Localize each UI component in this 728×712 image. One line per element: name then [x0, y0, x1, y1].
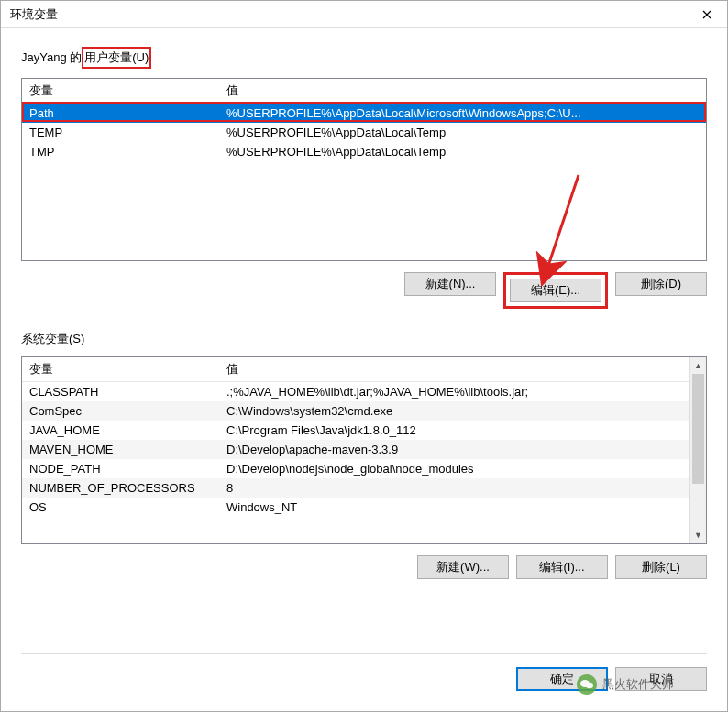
scroll-up-icon[interactable]: ▲ — [690, 357, 706, 374]
table-row[interactable]: TEMP %USERPROFILE%\AppData\Local\Temp — [22, 123, 706, 142]
col-header-variable[interactable]: 变量 — [22, 79, 219, 103]
window-title: 环境变量 — [10, 6, 58, 23]
cell-var: TEMP — [22, 123, 219, 142]
scroll-thumb[interactable] — [692, 374, 704, 484]
table-row[interactable]: CLASSPATH .;%JAVA_HOME%\lib\dt.jar;%JAVA… — [22, 382, 689, 401]
sys-table-header: 变量 值 — [22, 357, 689, 382]
cell-val: %USERPROFILE%\AppData\Local\Temp — [219, 142, 706, 161]
table-row[interactable]: Path %USERPROFILE%\AppData\Local\Microso… — [22, 104, 706, 123]
user-vars-label-prefix: JayYang 的 — [21, 49, 82, 66]
sys-vars-table[interactable]: 变量 值 CLASSPATH .;%JAVA_HOME%\lib\dt.jar;… — [21, 356, 707, 544]
sys-delete-button[interactable]: 删除(L) — [615, 555, 707, 579]
table-row[interactable]: JAVA_HOME C:\Program Files\Java\jdk1.8.0… — [22, 421, 689, 440]
cell-val: %USERPROFILE%\AppData\Local\Temp — [219, 123, 706, 142]
sys-edit-button[interactable]: 编辑(I)... — [516, 555, 608, 579]
col-header-value[interactable]: 值 — [219, 79, 706, 103]
sys-vars-label: 系统变量(S) — [21, 331, 84, 347]
col-header-value[interactable]: 值 — [219, 357, 689, 381]
ok-button[interactable]: 确定 — [516, 667, 608, 691]
title-bar: 环境变量 — [1, 1, 727, 28]
scroll-track[interactable] — [690, 374, 706, 527]
user-edit-button[interactable]: 编辑(E)... — [510, 279, 601, 302]
cell-var: TMP — [22, 142, 219, 161]
table-row[interactable]: MAVEN_HOME D:\Develop\apache-maven-3.3.9 — [22, 440, 689, 459]
table-row[interactable]: NODE_PATH D:\Develop\nodejs\node_global\… — [22, 459, 689, 478]
close-button[interactable] — [686, 1, 727, 28]
cancel-button[interactable]: 取消 — [615, 667, 707, 691]
col-header-variable[interactable]: 变量 — [22, 357, 219, 381]
close-icon — [702, 10, 711, 19]
user-delete-button[interactable]: 删除(D) — [615, 272, 707, 296]
sys-new-button[interactable]: 新建(W)... — [417, 555, 509, 579]
cell-var: Path — [22, 104, 219, 123]
scroll-down-icon[interactable]: ▼ — [690, 527, 706, 543]
sys-scrollbar[interactable]: ▲ ▼ — [689, 357, 706, 543]
table-row[interactable]: TMP %USERPROFILE%\AppData\Local\Temp — [22, 142, 706, 161]
cell-val: %USERPROFILE%\AppData\Local\Microsoft\Wi… — [219, 104, 706, 123]
env-vars-dialog: 环境变量 JayYang 的用户变量(U) 变量 值 Path %USERPRO… — [0, 0, 728, 712]
table-row[interactable]: OS Windows_NT — [22, 498, 689, 517]
table-row[interactable]: NUMBER_OF_PROCESSORS 8 — [22, 478, 689, 498]
user-table-header: 变量 值 — [22, 79, 706, 104]
user-vars-table[interactable]: 变量 值 Path %USERPROFILE%\AppData\Local\Mi… — [21, 78, 707, 261]
annotation-highlight: 编辑(E)... — [503, 272, 608, 309]
user-vars-label: 用户变量(U) — [82, 47, 151, 69]
user-new-button[interactable]: 新建(N)... — [404, 272, 496, 296]
table-row[interactable]: ComSpec C:\Windows\system32\cmd.exe — [22, 401, 689, 421]
